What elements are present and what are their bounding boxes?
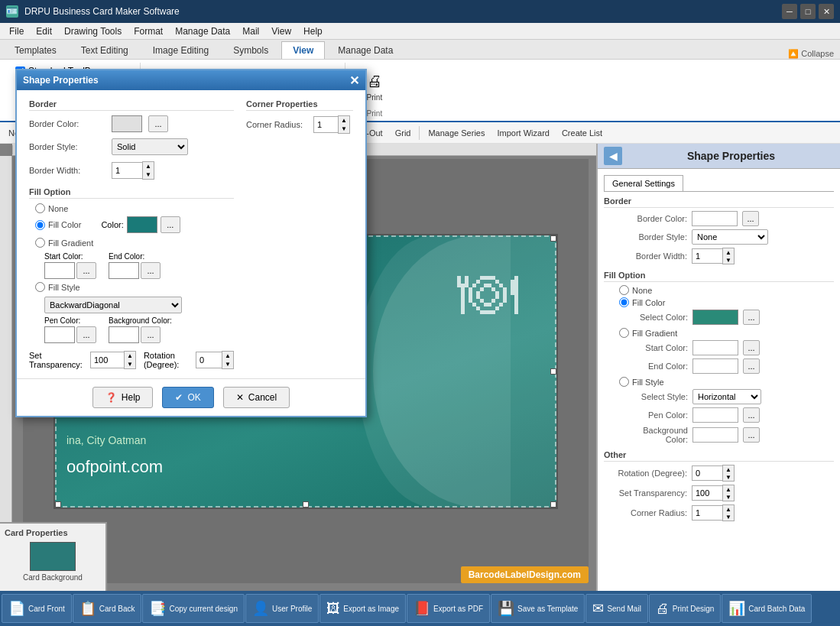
card-batch-data-button[interactable]: 📊 Card Batch Data <box>722 594 812 623</box>
dialog-rotation-up[interactable]: ▲ <box>222 352 233 360</box>
dialog-fill-style-select[interactable]: BackwardDiagonal Horizontal <box>44 297 182 313</box>
maximize-button[interactable]: □ <box>800 4 816 19</box>
dialog-fill-color-picker[interactable]: ... <box>161 216 180 233</box>
menu-format[interactable]: Format <box>128 24 169 38</box>
tb2-manage-series-button[interactable]: Manage Series <box>423 126 490 140</box>
print-design-button[interactable]: 🖨 Print Design <box>649 594 721 623</box>
dialog-fill-none-label: None <box>48 204 68 213</box>
user-profile-button[interactable]: 👤 User Profile <box>245 594 319 623</box>
dialog-border-width-input[interactable] <box>112 162 142 179</box>
dialog-fill-color-radio[interactable] <box>35 220 45 230</box>
right-panel-back-button[interactable]: ◀ <box>604 147 622 165</box>
dialog-ok-button[interactable]: ✔ OK <box>162 387 213 408</box>
dialog-cancel-button[interactable]: ✕ Cancel <box>223 387 290 408</box>
card-background-section: Card Background <box>5 542 101 582</box>
tb2-create-list-button[interactable]: Create List <box>556 126 608 140</box>
border-color-picker-button[interactable]: ... <box>742 211 759 226</box>
fill-style-select[interactable]: Horizontal BackwardDiagonal <box>692 389 761 404</box>
save-template-button[interactable]: 💾 Save as Template <box>491 594 585 623</box>
fill-color-radio[interactable] <box>619 297 629 307</box>
rotation-up[interactable]: ▲ <box>723 465 734 473</box>
dialog-border-width-up[interactable]: ▲ <box>143 162 154 170</box>
dialog-transparency-up[interactable]: ▲ <box>125 352 135 360</box>
border-section: Border Border Color: ... Border Style: N… <box>604 196 834 264</box>
export-pdf-button[interactable]: 📕 Export as PDF <box>407 594 490 623</box>
dialog-border-style-select[interactable]: Solid None <box>112 138 188 155</box>
send-mail-button[interactable]: ✉ Send Mail <box>585 594 647 623</box>
menu-manage-data[interactable]: Manage Data <box>169 24 236 38</box>
tab-image-editing[interactable]: Image Editing <box>141 41 220 59</box>
card-back-button[interactable]: 📋 Card Back <box>73 594 142 623</box>
handle-bm[interactable] <box>303 501 309 508</box>
dialog-transparency-input[interactable] <box>90 352 124 368</box>
handle-mr[interactable] <box>550 368 556 375</box>
menu-help[interactable]: Help <box>297 24 329 38</box>
tab-templates[interactable]: Templates <box>3 41 68 59</box>
dialog-start-color-picker[interactable]: ... <box>76 262 96 279</box>
dialog-pen-color-picker[interactable]: ... <box>76 326 96 343</box>
dialog-help-button[interactable]: ❓ Help <box>92 387 154 408</box>
dialog-fill-style-radio[interactable] <box>35 282 45 292</box>
border-width-input[interactable] <box>692 248 722 264</box>
menu-mail[interactable]: Mail <box>236 24 265 38</box>
fill-color-picker-button[interactable]: ... <box>743 310 760 325</box>
corner-radius-up[interactable]: ▲ <box>723 505 734 513</box>
card-front-button[interactable]: 📄 Card Front <box>2 594 72 623</box>
dialog-transparency-down[interactable]: ▼ <box>125 360 135 368</box>
fill-none-radio[interactable] <box>619 285 629 295</box>
bg-color-picker-button[interactable]: ... <box>743 427 760 443</box>
dialog-transparency-label: Set Transparency: <box>29 351 83 369</box>
tab-symbols[interactable]: Symbols <box>222 41 280 59</box>
dialog-border-color-button[interactable]: ... <box>148 115 168 132</box>
transparency-up[interactable]: ▲ <box>723 485 734 493</box>
tab-manage-data[interactable]: Manage Data <box>326 41 404 59</box>
dialog-end-color-picker[interactable]: ... <box>141 262 161 279</box>
pen-color-picker-button[interactable]: ... <box>743 407 760 423</box>
tb2-import-wizard-button[interactable]: Import Wizard <box>491 126 554 140</box>
tb2-grid-button[interactable]: Grid <box>390 126 417 140</box>
menu-drawing-tools[interactable]: Drawing Tools <box>58 24 128 38</box>
rotation-down[interactable]: ▼ <box>723 473 734 481</box>
menu-view[interactable]: View <box>265 24 297 38</box>
fill-gradient-radio[interactable] <box>619 328 629 338</box>
dialog-border-width-down[interactable]: ▼ <box>143 170 154 179</box>
menu-file[interactable]: File <box>3 24 30 38</box>
dialog-rotation-input[interactable] <box>196 352 222 368</box>
card-properties-panel: Card Properties Card Background <box>0 522 107 591</box>
dialog-border-width-label: Border Width: <box>29 166 105 175</box>
close-button[interactable]: ✕ <box>819 4 834 19</box>
fill-gradient-label: Fill Gradient <box>632 329 677 338</box>
dialog-rotation-down[interactable]: ▼ <box>222 360 233 368</box>
tab-text-editing[interactable]: Text Editing <box>70 41 140 59</box>
export-image-button[interactable]: 🖼 Export as Image <box>319 594 406 623</box>
menu-edit[interactable]: Edit <box>30 24 58 38</box>
dialog-border-width-row: Border Width: ▲ ▼ <box>29 161 234 180</box>
handle-tr[interactable] <box>550 235 556 242</box>
dialog-bg-color-picker[interactable]: ... <box>141 326 161 343</box>
border-width-up[interactable]: ▲ <box>723 248 734 256</box>
transparency-down[interactable]: ▼ <box>723 493 734 501</box>
dialog-corner-radius-down[interactable]: ▼ <box>339 125 349 133</box>
border-style-select[interactable]: None Solid Dashed <box>692 229 768 245</box>
handle-br[interactable] <box>550 501 556 508</box>
end-color-picker-button[interactable]: ... <box>743 358 760 374</box>
corner-radius-down[interactable]: ▼ <box>723 513 734 521</box>
dialog-corner-radius-label: Corner Radius: <box>246 120 307 129</box>
start-color-picker-button[interactable]: ... <box>743 340 760 355</box>
minimize-button[interactable]: ─ <box>782 4 797 19</box>
dialog-fill-gradient-radio[interactable] <box>35 238 45 248</box>
dialog-fill-none-radio[interactable] <box>35 203 45 213</box>
general-settings-tab[interactable]: General Settings <box>604 175 683 191</box>
handle-bl[interactable] <box>55 501 61 508</box>
rotation-input[interactable] <box>692 465 722 481</box>
dialog-corner-radius-input[interactable] <box>313 116 338 133</box>
copy-current-design-button[interactable]: 📑 Copy current design <box>142 594 245 623</box>
border-width-down[interactable]: ▼ <box>723 256 734 264</box>
tab-view[interactable]: View <box>281 41 325 59</box>
collapse-button[interactable]: 🔼 Collapse <box>788 49 834 59</box>
dialog-close-button[interactable]: ✕ <box>349 73 359 88</box>
fill-style-radio[interactable] <box>619 377 629 387</box>
corner-radius-input[interactable] <box>692 505 722 521</box>
transparency-input[interactable] <box>692 485 722 501</box>
dialog-corner-radius-up[interactable]: ▲ <box>339 116 349 125</box>
